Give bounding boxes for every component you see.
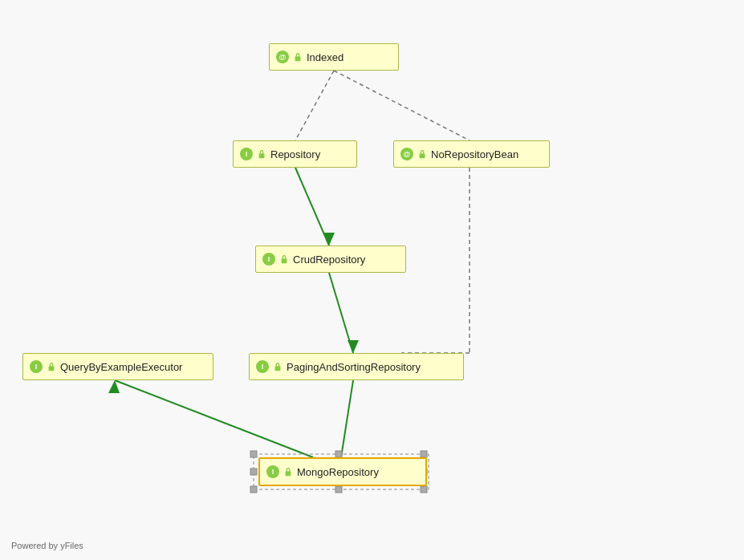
node-repository[interactable]: I Repository	[233, 140, 357, 168]
node-label-indexed: Indexed	[307, 51, 344, 63]
node-label-mongo-repository: MongoRepository	[297, 466, 379, 478]
svg-marker-9	[108, 380, 120, 393]
lock-icon-paging	[272, 361, 283, 372]
lock-icon-no-repo-bean	[417, 148, 428, 160]
node-indexed[interactable]: @ Indexed	[269, 43, 399, 71]
svg-line-8	[115, 380, 313, 457]
svg-rect-19	[250, 469, 257, 475]
interface-icon-query: I	[30, 360, 43, 373]
svg-rect-18	[335, 486, 342, 493]
node-mongo-repository[interactable]: I MongoRepository	[258, 457, 427, 486]
svg-rect-21	[295, 56, 301, 61]
node-label-no-repository-bean: NoRepositoryBean	[431, 148, 518, 160]
node-label-crud-repository: CrudRepository	[293, 254, 365, 266]
svg-line-0	[295, 71, 334, 140]
annotation-icon-indexed: @	[276, 51, 289, 63]
svg-line-4	[295, 168, 329, 246]
interface-icon-repository: I	[240, 148, 253, 160]
interface-icon-mongo: I	[266, 465, 279, 478]
node-no-repository-bean[interactable]: @ NoRepositoryBean	[393, 140, 550, 168]
node-label-repository: Repository	[270, 148, 320, 160]
node-query-by-example-executor[interactable]: I QueryByExampleExecutor	[22, 353, 213, 380]
svg-rect-22	[259, 153, 265, 158]
svg-rect-13	[250, 451, 257, 457]
svg-rect-14	[421, 451, 427, 457]
node-label-paging-sorting-repository: PagingAndSortingRepository	[287, 361, 421, 373]
node-paging-sorting-repository[interactable]: I PagingAndSortingRepository	[249, 353, 464, 380]
svg-rect-25	[49, 366, 55, 371]
svg-rect-17	[335, 451, 342, 457]
powered-by-label: Powered by yFiles	[11, 541, 83, 550]
svg-rect-16	[421, 486, 427, 493]
svg-line-10	[341, 380, 353, 457]
lock-icon-repository	[256, 148, 267, 160]
svg-marker-7	[348, 340, 359, 353]
lock-icon-indexed	[292, 51, 303, 63]
lock-icon-crud-repo	[278, 254, 290, 265]
node-label-query-by-example-executor: QueryByExampleExecutor	[60, 361, 182, 373]
svg-rect-23	[420, 153, 425, 158]
annotation-icon-no-repo-bean: @	[400, 148, 413, 160]
svg-rect-27	[286, 471, 291, 476]
lock-icon-mongo	[283, 466, 294, 477]
diagram-canvas: @ Indexed I Repository @ NoReposit	[0, 0, 744, 560]
svg-marker-5	[323, 233, 335, 246]
svg-line-6	[329, 273, 353, 353]
node-crud-repository[interactable]: I CrudRepository	[255, 246, 406, 273]
svg-line-1	[334, 71, 470, 140]
svg-rect-26	[275, 366, 281, 371]
lock-icon-query	[46, 361, 57, 372]
svg-rect-24	[282, 258, 287, 263]
interface-icon-crud-repo: I	[262, 253, 275, 266]
svg-rect-15	[250, 486, 257, 493]
interface-icon-paging: I	[256, 360, 269, 373]
